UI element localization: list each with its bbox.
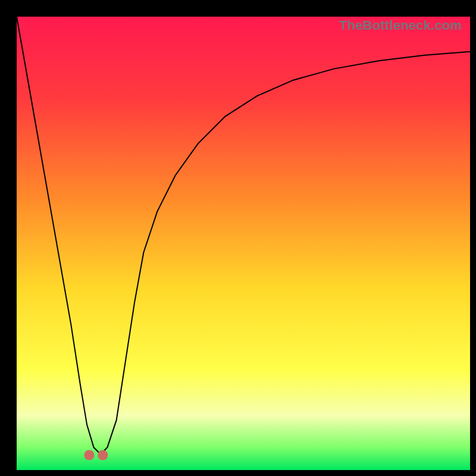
bottleneck-chart — [17, 17, 470, 470]
trough-marker-right — [98, 450, 108, 460]
watermark-text: TheBottleneck.com — [339, 18, 462, 33]
trough-marker-left — [84, 450, 95, 460]
chart-frame: TheBottleneck.com — [17, 17, 470, 470]
chart-background-gradient — [17, 17, 470, 470]
